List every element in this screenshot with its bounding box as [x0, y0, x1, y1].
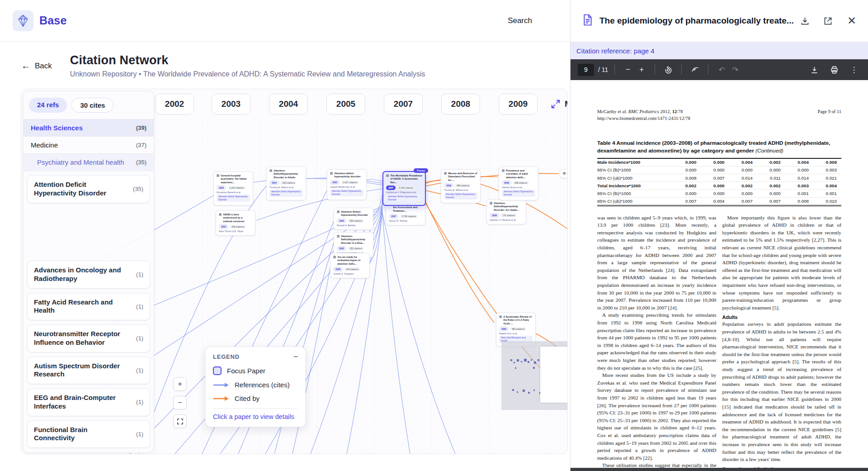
incidence-table: Male Incidence*10000.0000.0000.0040.0020…	[597, 158, 841, 206]
paper-pills: 2008846 citations	[444, 183, 477, 188]
paper-node[interactable]: ▤Social a...	[560, 169, 568, 178]
annotate-icon[interactable]	[688, 63, 702, 76]
sidebar-item-topic[interactable]: EEG and Brain-Computer Interfaces(1)	[27, 388, 150, 416]
expand-graph-button[interactable]	[549, 97, 562, 111]
paper-node[interactable]: ▤Are we ready for endophenotypes in atte…	[330, 253, 370, 278]
brand-logo-icon[interactable]	[13, 10, 33, 31]
topic-count: (1)	[136, 367, 143, 374]
paper-topic-tag: Attention Deficit Hyperactivity Disorder	[217, 195, 250, 202]
app-header: Base Search	[0, 0, 570, 42]
row-value: 0.011	[757, 174, 785, 181]
paper-topic-tag: Attention Deficit Hyperactivity Disorder	[386, 195, 420, 202]
paper-pills: 2004208 citations	[219, 224, 252, 229]
minimap-dot	[515, 367, 516, 369]
tab-30-cites[interactable]: 30 cites	[71, 98, 113, 113]
section-heading: Adults	[722, 314, 842, 320]
page-number-input[interactable]: 9	[578, 64, 594, 76]
paper-node[interactable]: ▤Attention-Deficit/Hyperactivity Disorde…	[486, 199, 526, 224]
paper-pills: 2005289 citations	[337, 219, 370, 223]
year-column-header[interactable]: 2004	[269, 94, 308, 114]
pdf-page-meta: McCarthy et al. BMC Pediatrics 2012, 12:…	[597, 109, 841, 122]
open-external-icon[interactable]	[823, 16, 833, 26]
paper-node[interactable]: ▤Attention-Deficit/Hyperactivity Disorde…	[266, 167, 306, 200]
year-column-header[interactable]: 2003	[212, 94, 250, 114]
minimap-dot	[521, 361, 522, 362]
minimap-dot	[528, 392, 530, 394]
minimap[interactable]	[501, 341, 568, 410]
paper-node[interactable]: ▤Misuse and Diversion of Stimulants Pres…	[441, 169, 481, 203]
row-value: 0.000	[729, 190, 757, 197]
paper-title: ▤Attention-Deficit/Hyperactivity Disorde…	[337, 235, 370, 245]
zoom-out-page-icon[interactable]: −	[621, 63, 635, 76]
back-button[interactable]: ← Back	[21, 61, 52, 71]
paper-title-text: A Systematic Review of the Roles of n-3 …	[503, 315, 533, 325]
sidebar-category-row[interactable]: Psychiatry and Mental health(35)	[24, 153, 154, 171]
legend-item: Focus Paper	[213, 366, 298, 375]
year-column-header[interactable]: 2008	[441, 94, 480, 114]
fit-view-button[interactable]	[173, 414, 187, 428]
row-label: 95% CI (ub)*1000	[597, 174, 673, 181]
category-label: Psychiatry and Mental health	[37, 158, 124, 166]
paper-title-text: Social a...	[567, 172, 568, 175]
paper-authors: Sami Timimi & E. Taylor	[219, 230, 252, 233]
download-pdf-icon[interactable]	[807, 63, 821, 76]
paper-title: ▤Attention-Deficit/Hyperactivity Disorde…	[269, 169, 303, 179]
paper-doc-icon: ▤	[499, 315, 502, 325]
minimap-viewport[interactable]	[540, 347, 568, 403]
search-button[interactable]: Search	[508, 16, 532, 25]
legend-hint-link[interactable]: Click a paper to view details	[213, 413, 298, 420]
paper-doc-icon: ▤	[563, 172, 566, 175]
paper-node[interactable]: ▤Attention-deficit hyperactivity disorde…	[327, 169, 367, 200]
year-column-header[interactable]: 2002	[155, 94, 194, 114]
undo-icon[interactable]: ↶	[715, 63, 728, 76]
close-panel-icon[interactable]: ✕	[847, 14, 856, 27]
paper-year-pill: 2009	[499, 327, 509, 331]
paper-doc-icon: ▤	[219, 213, 222, 223]
sidebar-category-row[interactable]: Health Sciences(39)	[24, 119, 154, 136]
focus-paper-node[interactable]: Focus▤The Worldwide Prevalence of ADHD: …	[382, 171, 426, 206]
year-column-header[interactable]: 2009	[499, 94, 538, 114]
sidebar-item-topic[interactable]: Functional Brain Connectivity(1)	[27, 420, 150, 448]
sidebar-category-row[interactable]: Medicine(37)	[24, 136, 154, 153]
sidebar-item-topic[interactable]: Neurotransmitter Receptor Influence on B…	[27, 324, 150, 352]
sidebar-item-topic[interactable]: Fatty Acid Research and Health(1)	[27, 293, 150, 321]
year-column-header[interactable]: 2007	[384, 94, 423, 114]
focus-badge: Focus	[414, 168, 428, 173]
paper-node[interactable]: ▤ADHD is best understood as a cultural c…	[216, 210, 255, 236]
zoom-controls: + −	[173, 377, 187, 428]
redo-icon[interactable]: ↷	[728, 63, 742, 76]
citation-network-canvas[interactable]: 2002200320042005200720082009 M ▤General …	[21, 89, 568, 454]
legend-collapse-button[interactable]: −	[293, 353, 298, 361]
sidebar-item-topic[interactable]: Advances in Oncology and Radiotherapy(1)	[27, 261, 150, 289]
sidebar-item-primary-topic[interactable]: Attention Deficit Hyperactivity Disorder…	[27, 175, 150, 203]
paper-node[interactable]: ▤General hospital psychiatry: the Italia…	[213, 171, 253, 205]
paper-node[interactable]: ▤Attention Deficit Hyperactivity Disorde…	[334, 208, 373, 230]
topic-label: Neurotransmitter Receptor Influence on B…	[34, 330, 129, 347]
tab-24-refs[interactable]: 24 refs	[29, 98, 67, 113]
refs-cites-tabs: 24 refs30 cites	[24, 91, 154, 119]
print-icon[interactable]	[827, 63, 841, 76]
paper-node[interactable]: ▤Prevalence and correlates of adult atte…	[499, 167, 538, 200]
paper-citations: 1,738 citations	[400, 214, 418, 218]
legend-panel: LEGEND − Focus PaperReferences (cites)Ci…	[205, 347, 306, 427]
paper-doc-icon: ▤	[337, 210, 340, 217]
paper-authors: Joseph Biederman et al.	[330, 186, 363, 188]
row-value: 0.008	[785, 197, 813, 205]
cited-by-arrow-icon	[213, 396, 229, 401]
back-label: Back	[35, 62, 52, 71]
more-options-icon[interactable]: ⋮	[847, 63, 861, 76]
paper-pills: 2008176 citations	[490, 213, 523, 218]
paper-authors: Stephen V. Faraone et al.	[490, 219, 523, 221]
paper-authors: Joseph A. Sergeant	[333, 272, 367, 275]
zoom-in-page-icon[interactable]: +	[635, 63, 648, 76]
row-value: 0.000	[701, 190, 729, 197]
year-column-header[interactable]: 2005	[326, 94, 365, 114]
brand-name[interactable]: Base	[39, 14, 67, 27]
zoom-in-button[interactable]: +	[173, 377, 187, 391]
paper-doc-icon: ▤	[217, 174, 219, 184]
rotate-page-icon[interactable]	[661, 63, 675, 76]
zoom-out-button[interactable]: −	[173, 396, 187, 409]
paper-pills: 20051,427 citations	[330, 180, 363, 185]
download-document-icon[interactable]	[800, 16, 810, 26]
sidebar-item-topic[interactable]: Autism Spectrum Disorder Research(1)	[27, 357, 150, 385]
